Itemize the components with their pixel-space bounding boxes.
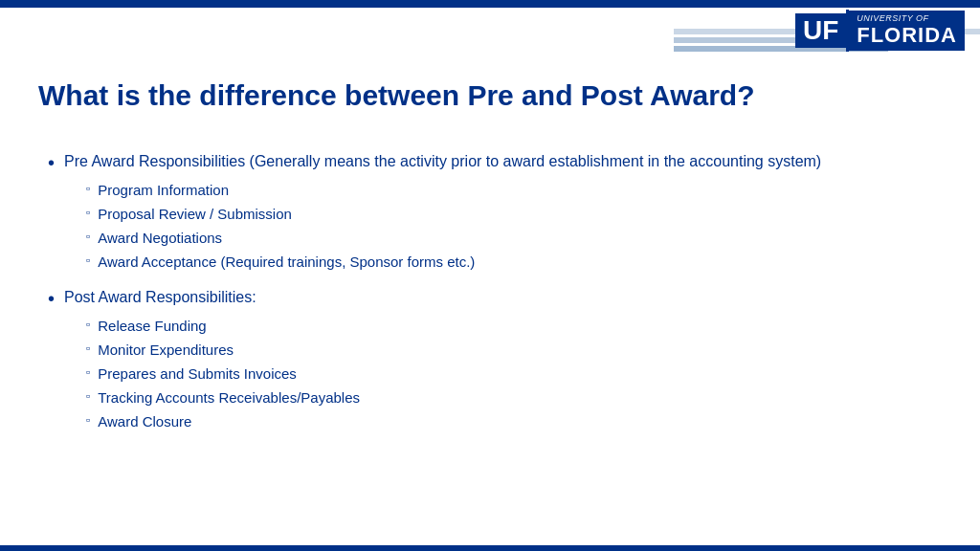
- sub-bullet-dot: ▫: [86, 316, 90, 334]
- sub-bullet-text: Program Information: [98, 180, 942, 200]
- bottom-accent-bar: [0, 545, 980, 551]
- post-award-section: • Post Award Responsibilities: ▫ Release…: [48, 287, 942, 431]
- sub-bullet-text: Prepares and Submits Invoices: [98, 364, 942, 384]
- slide-content: • Pre Award Responsibilities (Generally …: [48, 151, 942, 532]
- sub-bullet-text: Proposal Review / Submission: [98, 204, 942, 224]
- sub-bullet-text: Award Closure: [98, 411, 942, 431]
- bullet-dot-2: •: [48, 287, 55, 310]
- sub-bullet-text: Award Acceptance (Required trainings, Sp…: [98, 252, 942, 272]
- sub-bullet-text: Release Funding: [98, 316, 942, 336]
- post-award-main-text: Post Award Responsibilities:: [64, 287, 942, 308]
- logo-text-block: UNIVERSITY OF FLORIDA: [849, 11, 965, 51]
- sub-bullet-dot: ▫: [86, 180, 90, 198]
- slide-title: What is the difference between Pre and P…: [38, 78, 942, 113]
- pre-award-sub-bullets: ▫ Program Information ▫ Proposal Review …: [86, 180, 942, 272]
- logo-florida-text: FLORIDA: [857, 24, 957, 47]
- sub-bullet-text: Award Negotiations: [98, 228, 942, 248]
- sub-bullet-dot: ▫: [86, 252, 90, 270]
- pre-award-main-bullet: • Pre Award Responsibilities (Generally …: [48, 151, 942, 174]
- list-item: ▫ Prepares and Submits Invoices: [86, 364, 942, 384]
- sub-bullet-dot: ▫: [86, 340, 90, 358]
- list-item: ▫ Award Acceptance (Required trainings, …: [86, 252, 942, 272]
- pre-award-section: • Pre Award Responsibilities (Generally …: [48, 151, 942, 272]
- list-item: ▫ Release Funding: [86, 316, 942, 336]
- sub-bullet-text: Tracking Accounts Receivables/Payables: [98, 387, 942, 408]
- post-award-main-bullet: • Post Award Responsibilities:: [48, 287, 942, 310]
- list-item: ▫ Tracking Accounts Receivables/Payables: [86, 387, 942, 408]
- list-item: ▫ Award Closure: [86, 411, 942, 431]
- post-award-sub-bullets: ▫ Release Funding ▫ Monitor Expenditures…: [86, 316, 942, 431]
- sub-bullet-text: Monitor Expenditures: [98, 340, 942, 360]
- list-item: ▫ Award Negotiations: [86, 228, 942, 248]
- list-item: ▫ Proposal Review / Submission: [86, 204, 942, 224]
- sub-bullet-dot: ▫: [86, 387, 90, 406]
- pre-award-main-text: Pre Award Responsibilities (Generally me…: [64, 151, 942, 172]
- bullet-dot-1: •: [48, 151, 55, 174]
- list-item: ▫ Monitor Expenditures: [86, 340, 942, 360]
- sub-bullet-dot: ▫: [86, 204, 90, 222]
- sub-bullet-dot: ▫: [86, 228, 90, 246]
- sub-bullet-dot: ▫: [86, 411, 90, 430]
- sub-bullet-dot: ▫: [86, 364, 90, 382]
- list-item: ▫ Program Information: [86, 180, 942, 200]
- uf-logo: UF UNIVERSITY OF FLORIDA: [795, 10, 965, 52]
- slide: UF UNIVERSITY OF FLORIDA What is the dif…: [0, 0, 980, 551]
- logo-uf-letters: UF: [795, 13, 846, 48]
